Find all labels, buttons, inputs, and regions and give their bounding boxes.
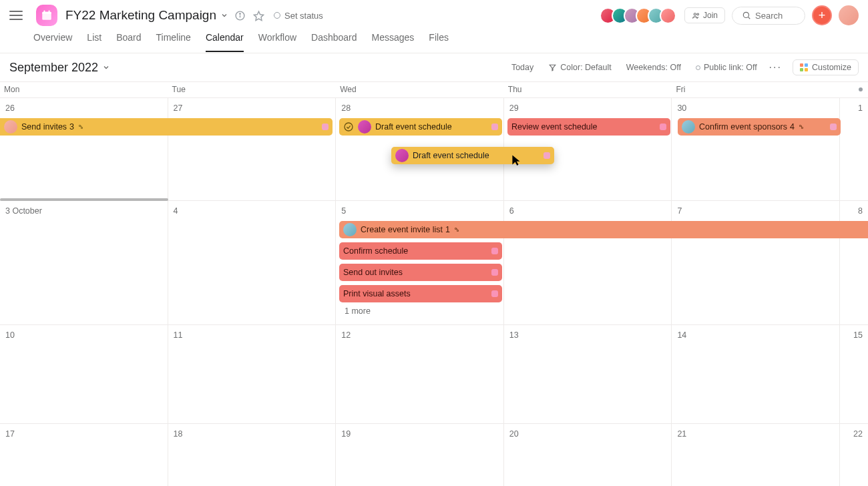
- calendar-cell[interactable]: 4: [168, 201, 337, 325]
- customize-button[interactable]: Customize: [793, 59, 859, 75]
- color-chip-icon: [322, 124, 329, 130]
- calendar-cell[interactable]: 20: [504, 424, 672, 486]
- menu-icon[interactable]: [9, 8, 24, 23]
- task-create-invite-list[interactable]: Create event invite list 1: [339, 221, 868, 238]
- tab-board[interactable]: Board: [116, 32, 141, 52]
- assignee-avatar: [4, 120, 17, 134]
- calendar-row: 26 27 28 29 30 1 Send invites 3 Draft ev…: [0, 98, 868, 201]
- calendar-cell[interactable]: 6: [504, 201, 672, 325]
- calendar-cell[interactable]: 7: [672, 201, 840, 325]
- tab-dashboard[interactable]: Dashboard: [311, 32, 357, 52]
- day-number: 7: [672, 204, 839, 218]
- calendar-cell[interactable]: 14: [672, 325, 840, 424]
- day-number: 30: [672, 101, 839, 115]
- color-chip-icon: [830, 124, 837, 130]
- day-number: 6: [504, 204, 672, 218]
- join-button[interactable]: Join: [684, 7, 725, 23]
- task-label: Draft event schedule: [375, 122, 452, 132]
- calendar-row: 17 18 19 20 21 22: [0, 424, 868, 486]
- task-send-out-invites[interactable]: Send out invites: [339, 264, 502, 281]
- color-chip-icon: [491, 124, 498, 130]
- day-number: 8: [840, 204, 868, 218]
- calendar-cell[interactable]: 11: [168, 325, 337, 424]
- filter-icon: [548, 63, 557, 72]
- tab-timeline[interactable]: Timeline: [156, 32, 191, 52]
- tab-workflow[interactable]: Workflow: [258, 32, 296, 52]
- subtask-icon: [797, 123, 805, 131]
- task-draft-schedule[interactable]: Draft event schedule: [339, 118, 502, 136]
- project-icon[interactable]: [36, 5, 57, 26]
- calendar-cell[interactable]: 3 October: [0, 201, 168, 325]
- day-header: Wed: [336, 82, 504, 97]
- calendar-cell[interactable]: 22: [840, 424, 868, 486]
- project-title[interactable]: FY22 Marketing Campaign: [65, 8, 216, 23]
- today-button[interactable]: Today: [511, 63, 533, 72]
- color-menu[interactable]: Color: Default: [548, 63, 611, 72]
- assignee-avatar: [343, 223, 357, 236]
- weekends-toggle[interactable]: Weekends: Off: [626, 63, 681, 72]
- task-confirm-schedule[interactable]: Confirm schedule: [339, 242, 502, 260]
- star-icon[interactable]: [251, 8, 266, 23]
- color-chip-icon: [491, 290, 498, 297]
- day-number: 20: [504, 427, 672, 441]
- task-confirm-sponsors[interactable]: Confirm event sponsors 4: [678, 118, 841, 136]
- day-header: Tue: [168, 82, 337, 97]
- set-status-label: Set status: [284, 11, 323, 21]
- task-review-schedule[interactable]: Review event schedule: [507, 118, 670, 136]
- tab-messages[interactable]: Messages: [372, 32, 415, 52]
- svg-point-12: [345, 123, 353, 131]
- task-label: Draft event schedule: [413, 151, 489, 160]
- public-link-toggle[interactable]: Public link: Off: [696, 63, 757, 72]
- calendar-cell[interactable]: 13: [504, 325, 672, 424]
- subtask-icon: [453, 226, 461, 234]
- task-print-visual-assets[interactable]: Print visual assets: [339, 285, 502, 302]
- task-count: 3: [69, 122, 74, 132]
- calendar-cell[interactable]: 8: [840, 201, 868, 325]
- calendar-cell[interactable]: 15: [840, 325, 868, 424]
- calendar-cell[interactable]: 27: [168, 98, 337, 201]
- calendar-cell[interactable]: 1: [840, 98, 868, 201]
- info-icon[interactable]: [232, 8, 247, 23]
- task-label: Create event invite list: [361, 225, 443, 234]
- assignee-avatar: [358, 120, 371, 134]
- calendar-cell[interactable]: 21: [672, 424, 840, 486]
- create-button[interactable]: +: [812, 5, 832, 25]
- tab-files[interactable]: Files: [429, 32, 449, 52]
- calendar-cell[interactable]: 18: [168, 424, 337, 486]
- search-input[interactable]: [755, 11, 795, 21]
- join-label: Join: [703, 11, 718, 20]
- calendar-cell[interactable]: 19: [336, 424, 504, 486]
- day-header-collapsed[interactable]: [840, 82, 868, 97]
- member-avatars[interactable]: [604, 7, 676, 24]
- tab-calendar[interactable]: Calendar: [206, 32, 244, 52]
- day-number: 15: [840, 328, 868, 342]
- color-chip-icon: [491, 248, 498, 254]
- search-box[interactable]: [732, 7, 805, 25]
- chevron-down-icon[interactable]: [220, 11, 228, 19]
- tab-list[interactable]: List: [87, 32, 101, 52]
- calendar-cell[interactable]: 10: [0, 325, 168, 424]
- avatar[interactable]: [660, 7, 676, 24]
- set-status-button[interactable]: Set status: [274, 11, 323, 21]
- month-picker[interactable]: September 2022: [9, 61, 110, 75]
- day-number: 12: [336, 328, 503, 342]
- svg-point-9: [697, 13, 699, 15]
- day-header: Thu: [504, 82, 672, 97]
- svg-rect-2: [44, 11, 45, 13]
- calendar-cell[interactable]: 30: [672, 98, 840, 201]
- day-number: 11: [168, 328, 336, 342]
- more-menu-icon[interactable]: ···: [769, 61, 782, 73]
- dragging-task[interactable]: Draft event schedule: [391, 147, 554, 164]
- project-tabs: OverviewListBoardTimelineCalendarWorkflo…: [0, 27, 868, 53]
- tab-overview[interactable]: Overview: [33, 32, 72, 52]
- day-number: 18: [168, 427, 336, 441]
- more-tasks-link[interactable]: 1 more: [338, 304, 377, 318]
- day-headers: MonTueWedThuFri: [0, 82, 868, 98]
- calendar-cell[interactable]: 17: [0, 424, 168, 486]
- profile-avatar[interactable]: [839, 5, 859, 25]
- day-number: 29: [504, 101, 672, 115]
- svg-point-8: [694, 13, 696, 15]
- calendar-cell[interactable]: 12: [336, 325, 504, 424]
- calendar-cell[interactable]: 26: [0, 98, 168, 201]
- task-send-invites[interactable]: Send invites 3: [0, 118, 333, 136]
